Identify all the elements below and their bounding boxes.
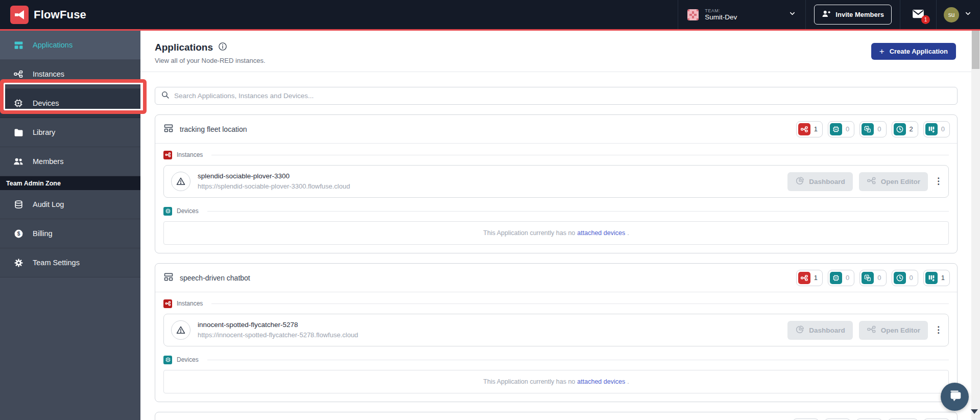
pipelines-icon — [925, 123, 938, 135]
application-badges: 1 0 0 0 1 — [796, 270, 950, 286]
sidebar-item-label: Team Settings — [33, 259, 80, 267]
application-card-header[interactable]: speech-driven chatbot 1 0 0 — [155, 264, 957, 292]
scrollbar-thumb[interactable] — [972, 31, 979, 69]
device-icon — [163, 356, 172, 364]
team-label: TEAM: — [705, 8, 782, 13]
create-application-button[interactable]: + Create Application — [871, 43, 956, 60]
snapshots-count-badge: 2 — [892, 121, 918, 137]
instances-count-badge: 1 — [796, 270, 823, 286]
sidebar-item-members[interactable]: Members — [0, 147, 140, 176]
clock-icon — [894, 272, 906, 284]
page-subtitle: View all of your Node-RED instances. — [155, 57, 958, 64]
devices-count-badge: 0 — [828, 121, 854, 137]
instances-count-badge: 3 — [793, 418, 819, 420]
device-groups-count-badge: 0 — [859, 270, 886, 286]
instance-row[interactable]: splendid-sociable-plover-3300 https://sp… — [163, 165, 949, 198]
instance-row[interactable]: innocent-spotted-flycatcher-5278 https:/… — [163, 314, 949, 346]
svg-text:$: $ — [17, 231, 20, 237]
badge-count: 1 — [941, 274, 948, 282]
open-editor-button[interactable]: Open Editor — [859, 172, 928, 191]
application-card: tracking fleet location 1 0 0 — [155, 114, 958, 253]
team-avatar — [687, 9, 699, 20]
team-selector[interactable]: TEAM: Sumit-Dev — [678, 0, 805, 29]
chat-widget-button[interactable] — [941, 383, 969, 411]
instance-menu-button[interactable]: ⋮ — [934, 179, 942, 183]
badge-count: 0 — [846, 125, 852, 133]
sidebar-item-team-settings[interactable]: Team Settings — [0, 248, 140, 277]
flowfuse-logo-icon — [10, 6, 29, 24]
device-group-icon — [862, 123, 874, 135]
devices-count-badge: 0 — [828, 270, 854, 286]
info-icon[interactable] — [218, 42, 227, 53]
sidebar-item-label: Audit Log — [33, 200, 64, 208]
dashboard-button[interactable]: Dashboard — [787, 321, 853, 340]
members-icon — [13, 156, 23, 167]
pipelines-count-badge: 1 — [923, 270, 950, 286]
pipelines-count-badge: 0 — [923, 418, 950, 420]
notifications-button[interactable]: 1 — [900, 0, 936, 29]
instance-status-icon — [171, 320, 190, 340]
snapshots-count-badge: 20 — [888, 418, 918, 420]
team-name: Sumit-Dev — [705, 13, 782, 21]
instance-url: https://innocent-spotted-flycatcher-5278… — [198, 331, 787, 339]
instance-menu-button[interactable]: ⋮ — [934, 328, 942, 332]
device-groups-count-badge: 0 — [859, 121, 886, 137]
user-plus-icon — [822, 9, 831, 20]
application-card-header[interactable]: tracking fleet location 1 0 0 — [155, 115, 957, 144]
attached-devices-link[interactable]: attached devices — [577, 378, 625, 385]
collapse-arrow-icon[interactable] — [971, 409, 978, 414]
devices-count-badge: 1 — [824, 418, 851, 420]
sidebar-item-label: Members — [33, 157, 63, 166]
application-card-header[interactable]: test 3 1 0 — [155, 412, 957, 420]
attached-devices-link[interactable]: attached devices — [577, 229, 625, 237]
top-bar-right: TEAM: Sumit-Dev Invite Members — [678, 0, 980, 29]
page-title: Applications — [155, 42, 213, 53]
invite-members-button[interactable]: Invite Members — [814, 5, 892, 25]
badge-count: 1 — [814, 125, 821, 133]
header-divider — [140, 72, 971, 72]
application-icon — [163, 123, 174, 135]
applications-icon — [13, 40, 23, 50]
node-red-icon — [867, 324, 876, 336]
sidebar-item-billing[interactable]: $ Billing — [0, 219, 140, 248]
instances-section-label: Instances — [163, 297, 949, 310]
application-badges: 1 0 0 2 0 — [796, 121, 950, 137]
instances-section-label: Instances — [163, 149, 949, 161]
notification-badge: 1 — [921, 15, 930, 24]
sidebar-item-label: Billing — [33, 229, 53, 238]
chevron-down-icon — [788, 10, 796, 19]
sidebar-item-applications[interactable]: Applications — [0, 31, 140, 60]
user-menu[interactable]: su — [936, 0, 980, 29]
pie-chart-icon — [795, 176, 804, 187]
devices-icon — [13, 98, 23, 108]
clock-icon — [894, 123, 906, 135]
database-icon — [13, 200, 23, 209]
brand[interactable]: FlowFuse — [0, 6, 86, 24]
sidebar-item-devices[interactable]: Devices — [0, 89, 140, 118]
pie-chart-icon — [795, 325, 804, 336]
device-icon — [163, 207, 172, 216]
device-group-icon — [862, 272, 874, 284]
application-name: tracking fleet location — [180, 125, 247, 133]
dashboard-button[interactable]: Dashboard — [787, 172, 853, 191]
user-avatar: su — [944, 7, 959, 22]
open-editor-button[interactable]: Open Editor — [859, 321, 928, 340]
search-icon — [161, 90, 170, 101]
node-red-icon — [867, 176, 876, 187]
search-input[interactable] — [174, 92, 951, 100]
empty-devices-message: This Application currently has no attach… — [163, 221, 949, 245]
devices-section-label: Devices — [163, 205, 949, 217]
chevron-down-icon — [964, 10, 972, 19]
sidebar-item-audit-log[interactable]: Audit Log — [0, 190, 140, 219]
top-bar: FlowFuse TEAM: Sumit-Dev — [0, 0, 980, 29]
scrollbar[interactable] — [971, 31, 980, 420]
chat-icon — [947, 388, 963, 406]
badge-count: 0 — [877, 274, 884, 282]
instances-icon — [163, 151, 172, 159]
sidebar-item-instances[interactable]: Instances — [0, 60, 140, 89]
sidebar-item-library[interactable]: Library — [0, 118, 140, 147]
brand-name: FlowFuse — [34, 8, 86, 21]
dollar-icon: $ — [13, 229, 23, 239]
instances-icon — [798, 123, 810, 135]
sidebar-item-label: Library — [33, 128, 55, 136]
